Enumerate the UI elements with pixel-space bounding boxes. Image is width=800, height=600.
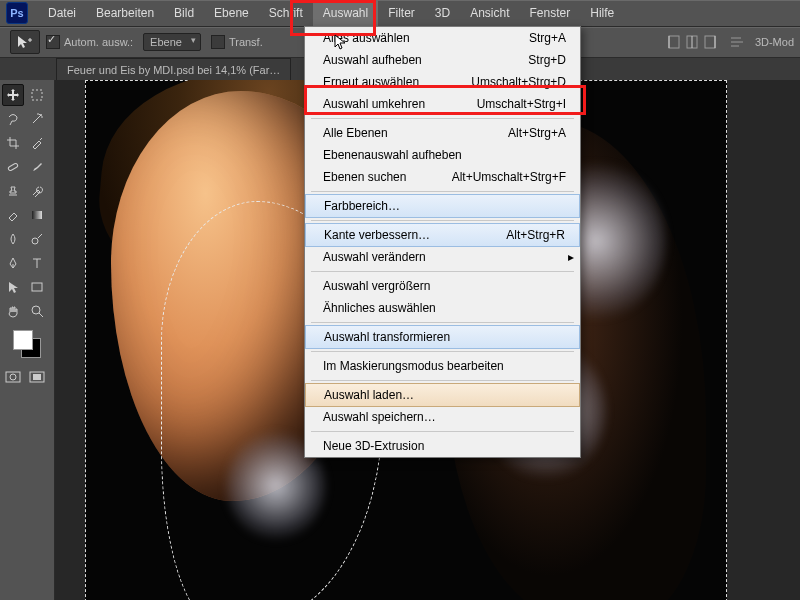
tool-quickmask[interactable] bbox=[2, 366, 24, 388]
menu-filter[interactable]: Filter bbox=[378, 0, 425, 26]
menu-separator bbox=[311, 380, 574, 381]
rectangle-icon bbox=[30, 280, 44, 294]
menu-item-label: Auswahl aufheben bbox=[323, 53, 422, 67]
menu-item[interactable]: Auswahl laden… bbox=[305, 383, 580, 407]
cursor-icon bbox=[334, 34, 350, 50]
tool-marquee[interactable] bbox=[26, 84, 48, 106]
tool-crop[interactable] bbox=[2, 132, 24, 154]
menu-item[interactable]: Im Maskierungsmodus bearbeiten bbox=[305, 355, 580, 377]
menu-item-shortcut: Strg+D bbox=[528, 53, 566, 67]
stamp-icon bbox=[6, 184, 20, 198]
color-swatches[interactable] bbox=[13, 330, 41, 358]
menu-bearbeiten[interactable]: Bearbeiten bbox=[86, 0, 164, 26]
tool-pen[interactable] bbox=[2, 252, 24, 274]
menu-item-label: Auswahl umkehren bbox=[323, 97, 425, 111]
show-transform-checkbox[interactable] bbox=[211, 35, 225, 49]
menu-separator bbox=[311, 271, 574, 272]
crop-icon bbox=[6, 136, 20, 150]
screenmode-icon bbox=[29, 371, 45, 383]
menu-item-label: Erneut auswählen bbox=[323, 75, 419, 89]
gradient-icon bbox=[30, 208, 44, 222]
tool-eraser[interactable] bbox=[2, 204, 24, 226]
tool-brush[interactable] bbox=[26, 156, 48, 178]
tool-lasso[interactable] bbox=[2, 108, 24, 130]
svg-rect-4 bbox=[705, 36, 715, 48]
svg-rect-10 bbox=[32, 90, 42, 100]
tool-blur[interactable] bbox=[2, 228, 24, 250]
tool-history-brush[interactable] bbox=[26, 180, 48, 202]
blur-icon bbox=[6, 232, 20, 246]
submenu-arrow-icon: ▸ bbox=[568, 250, 574, 264]
svg-rect-20 bbox=[33, 374, 41, 380]
menu-separator bbox=[311, 322, 574, 323]
auto-select-checkbox[interactable] bbox=[46, 35, 60, 49]
tool-gradient[interactable] bbox=[26, 204, 48, 226]
menu-item[interactable]: Alle EbenenAlt+Strg+A bbox=[305, 122, 580, 144]
auto-select-target-combo[interactable]: Ebene bbox=[143, 33, 201, 51]
tool-move[interactable] bbox=[2, 84, 24, 106]
menu-separator bbox=[311, 351, 574, 352]
menu-ebene[interactable]: Ebene bbox=[204, 0, 259, 26]
menu-hilfe[interactable]: Hilfe bbox=[580, 0, 624, 26]
tool-hand[interactable] bbox=[2, 300, 24, 322]
history-brush-icon bbox=[30, 184, 44, 198]
menu-item-label: Ebenenauswahl aufheben bbox=[323, 148, 462, 162]
menu-auswahl[interactable]: Auswahl bbox=[313, 0, 378, 26]
tool-dodge[interactable] bbox=[26, 228, 48, 250]
svg-rect-15 bbox=[32, 283, 42, 291]
menu-ansicht[interactable]: Ansicht bbox=[460, 0, 519, 26]
fg-color-swatch[interactable] bbox=[13, 330, 33, 350]
menu-item[interactable]: Auswahl vergrößern bbox=[305, 275, 580, 297]
menu-item-shortcut: Alt+Strg+R bbox=[506, 228, 565, 242]
menu-item-shortcut: Umschalt+Strg+D bbox=[471, 75, 566, 89]
align-buttons-icon[interactable] bbox=[667, 34, 747, 50]
menu-item[interactable]: Auswahl speichern… bbox=[305, 406, 580, 428]
svg-rect-0 bbox=[669, 36, 679, 48]
tool-healing[interactable] bbox=[2, 156, 24, 178]
menu-item[interactable]: Auswahl verändern▸ bbox=[305, 246, 580, 268]
menu-item[interactable]: Farbbereich… bbox=[305, 194, 580, 218]
menubar: Ps DateiBearbeitenBildEbeneSchriftAuswah… bbox=[0, 0, 800, 27]
menu-item[interactable]: Ähnliches auswählen bbox=[305, 297, 580, 319]
menu-item-label: Auswahl speichern… bbox=[323, 410, 436, 424]
menu-item[interactable]: Erneut auswählenUmschalt+Strg+D bbox=[305, 71, 580, 93]
tool-shape[interactable] bbox=[26, 276, 48, 298]
menu-item[interactable]: Auswahl transformieren bbox=[305, 325, 580, 349]
active-tool-icon[interactable] bbox=[10, 30, 40, 54]
mode-label: 3D-Mod bbox=[755, 36, 794, 48]
menu-separator bbox=[311, 118, 574, 119]
auto-select-label: Autom. ausw.: bbox=[64, 36, 133, 48]
menu-item-label: Im Maskierungsmodus bearbeiten bbox=[323, 359, 504, 373]
eyedropper-icon bbox=[30, 136, 44, 150]
menu-item[interactable]: Neue 3D-Extrusion bbox=[305, 435, 580, 457]
menu-item-shortcut: Alt+Strg+A bbox=[508, 126, 566, 140]
menu-item[interactable]: Auswahl umkehrenUmschalt+Strg+I bbox=[305, 93, 580, 115]
zoom-icon bbox=[30, 304, 44, 318]
menu-item[interactable]: Auswahl aufhebenStrg+D bbox=[305, 49, 580, 71]
menu-item[interactable]: Ebenenauswahl aufheben bbox=[305, 144, 580, 166]
tool-path-select[interactable] bbox=[2, 276, 24, 298]
menu-item-label: Kante verbessern… bbox=[324, 228, 430, 242]
menu-item-label: Alle Ebenen bbox=[323, 126, 388, 140]
menu-item[interactable]: Ebenen suchenAlt+Umschalt+Strg+F bbox=[305, 166, 580, 188]
tool-eyedropper[interactable] bbox=[26, 132, 48, 154]
menu-fenster[interactable]: Fenster bbox=[520, 0, 581, 26]
menu-item-label: Farbbereich… bbox=[324, 199, 400, 213]
menu-bild[interactable]: Bild bbox=[164, 0, 204, 26]
document-tab[interactable]: Feuer und Eis by MDI.psd bei 14,1% (Far… bbox=[56, 58, 291, 81]
menu-item-label: Auswahl transformieren bbox=[324, 330, 450, 344]
menu-datei[interactable]: Datei bbox=[38, 0, 86, 26]
toolbox bbox=[0, 80, 55, 600]
menu-3d[interactable]: 3D bbox=[425, 0, 460, 26]
menu-schrift[interactable]: Schrift bbox=[259, 0, 313, 26]
tool-type[interactable] bbox=[26, 252, 48, 274]
tool-screenmode[interactable] bbox=[26, 366, 48, 388]
tool-magic-wand[interactable] bbox=[26, 108, 48, 130]
menu-item-label: Ähnliches auswählen bbox=[323, 301, 436, 315]
menu-item[interactable]: Kante verbessern…Alt+Strg+R bbox=[305, 223, 580, 247]
tool-zoom[interactable] bbox=[26, 300, 48, 322]
tool-stamp[interactable] bbox=[2, 180, 24, 202]
hand-icon bbox=[6, 304, 20, 318]
brush-icon bbox=[30, 160, 44, 174]
menu-separator bbox=[311, 191, 574, 192]
